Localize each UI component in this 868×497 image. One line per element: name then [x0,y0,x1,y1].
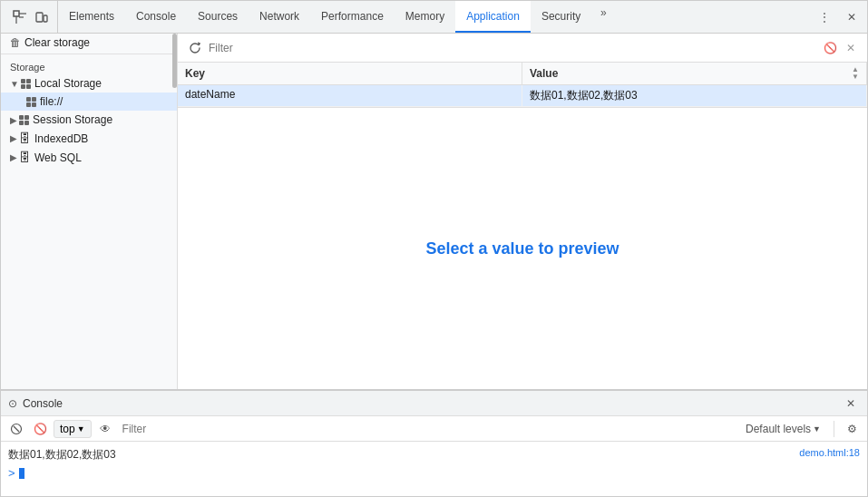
tab-console[interactable]: Console [125,1,187,33]
filter-close-icon[interactable]: ✕ [842,39,860,57]
console-block-button[interactable]: 🚫 [30,419,50,439]
console-cursor[interactable] [19,468,24,479]
tab-bar-right: ⋮ ✕ [813,5,863,29]
preview-area: Select a value to preview [178,108,867,389]
local-storage-item[interactable]: ▼ Local Storage [1,74,177,93]
close-devtools-button[interactable]: ✕ [840,5,863,29]
sidebar-divider [1,54,177,54]
tab-security[interactable]: Security [531,1,591,33]
svg-rect-5 [44,15,47,22]
console-prompt-arrow: > [8,466,15,480]
tab-application[interactable]: Application [455,1,531,33]
console-settings-button[interactable]: ⚙ [842,419,862,439]
tabs: Elements Console Sources Network Perform… [58,1,615,33]
inspect-icon[interactable] [10,7,30,27]
tab-bar: Elements Console Sources Network Perform… [1,1,867,34]
table-header: Key Value ▲ ▼ [178,63,867,85]
console-clear-button[interactable] [6,419,26,439]
clear-storage-item[interactable]: 🗑 Clear storage [1,34,177,52]
toolbar-divider [834,421,834,437]
svg-rect-4 [36,13,43,22]
tab-network[interactable]: Network [249,1,310,33]
session-storage-expand-arrow[interactable]: ▶ [10,115,17,125]
filter-clear-buttons: 🚫 ✕ [821,39,860,57]
filter-block-icon[interactable]: 🚫 [821,39,839,57]
storage-table: Key Value ▲ ▼ dateName 数据0 [178,63,867,108]
table-cell-key: dateName [178,85,522,106]
key-header: Key [178,63,522,84]
tab-elements[interactable]: Elements [58,1,125,33]
console-line-text: 数据01,数据02,数据03 [8,447,792,463]
console-context-select[interactable]: top ▼ [54,420,92,438]
console-line-source[interactable]: demo.html:18 [799,447,860,458]
console-filter-input[interactable] [119,423,736,435]
right-panel: 🚫 ✕ Key Value ▲ ▼ [178,34,867,389]
table-cell-value: 数据01,数据02,数据03 [522,85,867,106]
tab-more-button[interactable]: » [591,1,615,24]
console-close-button[interactable]: ✕ [842,395,860,413]
tab-sources[interactable]: Sources [187,1,249,33]
console-levels-select[interactable]: Default levels ▼ [740,423,826,435]
refresh-button[interactable] [185,38,205,58]
console-prompt: > [8,464,860,482]
websql-item[interactable]: ▶ 🗄 Web SQL [1,148,177,167]
value-sort-arrows[interactable]: ▲ ▼ [852,66,859,81]
websql-icon: 🗄 [19,151,31,164]
sidebar: 🗑 Clear storage Storage ▼ Local Storage … [1,34,178,389]
console-eye-button[interactable]: 👁 [95,419,115,439]
local-storage-expand-arrow[interactable]: ▼ [10,79,19,89]
local-storage-file-item[interactable]: file:// [1,93,177,111]
chevron-down-icon: ▼ [77,424,85,434]
filter-bar: 🚫 ✕ [178,34,867,63]
indexeddb-expand-arrow[interactable]: ▶ [10,133,17,143]
svg-line-7 [14,426,19,432]
table-row[interactable]: dateName 数据01,数据02,数据03 [178,85,867,107]
session-storage-item[interactable]: ▶ Session Storage [1,111,177,129]
tab-bar-icons [5,1,58,33]
websql-expand-arrow[interactable]: ▶ [10,152,17,162]
sidebar-scrollbar[interactable] [172,34,177,88]
indexeddb-icon: 🗄 [19,132,31,145]
preview-text: Select a value to preview [425,239,619,258]
local-storage-icon [21,79,31,89]
console-output-line: 数据01,数据02,数据03 demo.html:18 [8,445,860,464]
clear-icon: 🗑 [10,36,21,49]
device-icon[interactable] [32,7,52,27]
storage-section-label: Storage [1,56,177,74]
indexeddb-item[interactable]: ▶ 🗄 IndexedDB [1,129,177,148]
tab-performance[interactable]: Performance [310,1,395,33]
console-output: 数据01,数据02,数据03 demo.html:18 > [1,442,867,496]
file-storage-icon [26,97,36,107]
devtools-shell: Elements Console Sources Network Perform… [0,0,868,497]
filter-input[interactable] [209,42,817,54]
console-title: Console [23,397,63,410]
more-options-button[interactable]: ⋮ [813,5,836,29]
console-toolbar: 🚫 top ▼ 👁 Default levels ▼ ⚙ [1,416,867,442]
session-storage-icon [19,115,29,125]
levels-chevron-icon: ▼ [813,424,821,434]
console-header: ⊙ Console ✕ [1,391,867,416]
console-section: ⊙ Console ✕ 🚫 top ▼ 👁 Default levels ▼ [1,389,867,496]
tab-memory[interactable]: Memory [395,1,455,33]
value-header: Value ▲ ▼ [522,63,867,84]
console-header-dot-icon: ⊙ [8,397,17,410]
main-content: 🗑 Clear storage Storage ▼ Local Storage … [1,34,867,389]
svg-rect-0 [14,11,19,16]
